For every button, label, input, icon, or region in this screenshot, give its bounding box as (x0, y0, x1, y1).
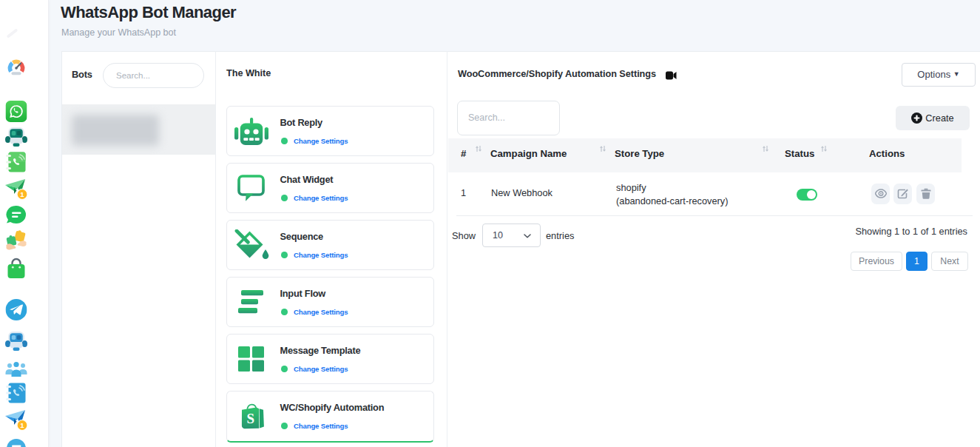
svg-text:1: 1 (20, 190, 24, 198)
svg-text:S: S (247, 411, 255, 426)
svg-text:1: 1 (20, 421, 24, 429)
